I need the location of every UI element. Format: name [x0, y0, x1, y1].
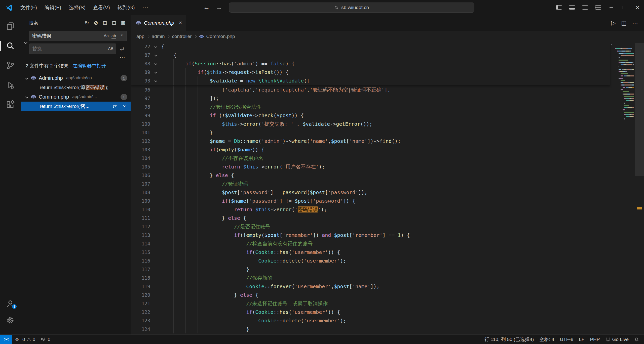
- collapse-all-icon[interactable]: ⊟: [110, 19, 118, 27]
- activity-extensions[interactable]: [0, 99, 21, 111]
- problems-status[interactable]: ⊗ 0 ⚠ 0: [12, 335, 38, 344]
- line-number[interactable]: 22: [131, 42, 150, 51]
- preserve-case-toggle[interactable]: AB: [107, 45, 115, 53]
- line-number[interactable]: 111: [131, 214, 150, 222]
- toggle-replace-button[interactable]: [22, 31, 29, 54]
- fold-indicator[interactable]: [150, 68, 161, 76]
- code-text[interactable]: //是否记住账号: [161, 222, 610, 231]
- code-text[interactable]: if(Cookie::has('usermember')) {: [161, 308, 610, 316]
- remote-indicator[interactable]: ><: [0, 335, 12, 344]
- tab-common-php[interactable]: php Common.php ×: [131, 15, 186, 31]
- match-result-row[interactable]: return $this->error('密...⇄×: [21, 102, 131, 111]
- line-number[interactable]: 122: [131, 308, 150, 316]
- menu-edit[interactable]: 编辑(E): [41, 2, 65, 13]
- code-text[interactable]: $post['password'] = password($post['pass…: [161, 188, 610, 197]
- line-number[interactable]: 97: [131, 94, 150, 103]
- code-text[interactable]: //未选择记住账号，或属于取消操作: [161, 299, 610, 308]
- open-in-editor-icon[interactable]: ⊠: [119, 19, 127, 27]
- search-input[interactable]: [32, 33, 102, 39]
- line-number[interactable]: 119: [131, 282, 150, 291]
- line-number[interactable]: 88: [131, 59, 150, 68]
- code-text[interactable]: if($this->request->isPost()) {: [161, 68, 610, 76]
- code-text[interactable]: //检查当前有没有记住的账号: [161, 239, 610, 248]
- activity-source-control[interactable]: [0, 59, 21, 71]
- line-number[interactable]: 100: [131, 120, 150, 128]
- code-text[interactable]: Cookie::delete('usermember');: [161, 256, 610, 265]
- line-number[interactable]: 98: [131, 103, 150, 111]
- ports-status[interactable]: 0: [38, 335, 53, 344]
- split-editor-icon[interactable]: ◫: [621, 20, 627, 26]
- code-text[interactable]: $validate = new \think\Validate([: [161, 76, 610, 85]
- code-text[interactable]: Cookie::forever('usermember',$post['name…: [161, 282, 610, 291]
- menu-overflow-icon[interactable]: ···: [138, 2, 152, 13]
- minimap[interactable]: [610, 42, 635, 334]
- scrollbar-slider[interactable]: [635, 43, 644, 176]
- code-text[interactable]: if(empty($name)) {: [161, 145, 610, 154]
- maximize-button[interactable]: [618, 0, 631, 15]
- menu-selection[interactable]: 选择(S): [65, 2, 89, 13]
- line-number[interactable]: 124: [131, 325, 150, 333]
- line-number[interactable]: 101: [131, 128, 150, 137]
- fold-indicator[interactable]: [150, 51, 161, 59]
- nav-back-icon[interactable]: ←: [200, 4, 213, 11]
- close-window-button[interactable]: ×: [631, 0, 644, 15]
- activity-search[interactable]: [0, 40, 21, 52]
- code-text[interactable]: }: [161, 325, 610, 333]
- breadcrumb-file[interactable]: Common.php: [206, 34, 235, 39]
- line-number[interactable]: 120: [131, 291, 150, 299]
- cursor-position[interactable]: 行 110, 列 50 (已选择4): [482, 335, 537, 344]
- breadcrumb-app[interactable]: app: [136, 34, 144, 39]
- code-text[interactable]: } else {: [161, 291, 610, 299]
- replace-all-button[interactable]: ⇄: [118, 44, 127, 53]
- code-text[interactable]: }: [161, 128, 610, 137]
- command-center[interactable]: sb.wiiudot.cn: [229, 3, 474, 13]
- nav-forward-icon[interactable]: →: [213, 4, 225, 11]
- code-text[interactable]: //保存新的: [161, 274, 610, 282]
- more-actions-icon[interactable]: ···: [632, 20, 638, 26]
- line-number[interactable]: 112: [131, 222, 150, 231]
- line-number[interactable]: 104: [131, 154, 150, 162]
- toggle-sidebar-button[interactable]: [552, 0, 565, 15]
- code-text[interactable]: return $this->error('用户名不存在');: [161, 162, 610, 171]
- match-case-toggle[interactable]: Aa: [102, 32, 110, 40]
- customize-layout-button[interactable]: [592, 0, 605, 15]
- close-tab-icon[interactable]: ×: [179, 20, 182, 26]
- code-text[interactable]: if (!$validate->check($post)) {: [161, 111, 610, 120]
- menu-goto[interactable]: 转到(G): [114, 2, 139, 13]
- line-number[interactable]: 116: [131, 256, 150, 265]
- whole-word-toggle[interactable]: ab: [110, 32, 118, 40]
- code-text[interactable]: if(!empty($post['remember']) and $post['…: [161, 231, 610, 239]
- replace-input[interactable]: [32, 46, 107, 52]
- line-number[interactable]: 105: [131, 162, 150, 171]
- code-text[interactable]: ['captcha','require|captcha','验证码不能为空|验证…: [161, 85, 610, 94]
- line-number[interactable]: 114: [131, 239, 150, 248]
- line-number[interactable]: 87: [131, 51, 150, 59]
- line-number[interactable]: 93: [131, 76, 150, 85]
- line-number[interactable]: 118: [131, 274, 150, 282]
- code-text[interactable]: }: [161, 265, 610, 274]
- menu-view[interactable]: 查看(V): [89, 2, 114, 13]
- dismiss-icon[interactable]: ×: [121, 103, 128, 110]
- code-text[interactable]: //验证密码: [161, 180, 610, 188]
- fold-indicator[interactable]: [150, 59, 161, 68]
- toggle-panel-button[interactable]: [565, 0, 579, 15]
- line-number[interactable]: 113: [131, 231, 150, 239]
- code-text[interactable]: $name = Db::name('admin')->where('name',…: [161, 137, 610, 145]
- line-number[interactable]: 121: [131, 299, 150, 308]
- code-text[interactable]: $this->error('提交失败: ' . $validate->getEr…: [161, 120, 610, 128]
- line-number[interactable]: 96: [131, 85, 150, 94]
- run-file-icon[interactable]: ▷: [611, 20, 616, 26]
- activity-settings[interactable]: [0, 314, 21, 326]
- toggle-search-details-button[interactable]: ···: [21, 54, 131, 59]
- activity-accounts[interactable]: 1: [0, 298, 21, 310]
- line-number[interactable]: 107: [131, 180, 150, 188]
- menu-file[interactable]: 文件(F): [17, 2, 41, 13]
- code-text[interactable]: if($name['password'] != $post['password'…: [161, 197, 610, 205]
- fold-indicator[interactable]: [150, 42, 161, 51]
- code-text[interactable]: if(Session::has('admin') == false) {: [161, 59, 610, 68]
- code-text[interactable]: Cookie::delete('usermember');: [161, 316, 610, 325]
- code-text[interactable]: } else {: [161, 214, 610, 222]
- activity-run-debug[interactable]: [0, 79, 21, 91]
- minimize-button[interactable]: [605, 0, 618, 15]
- match-result-row[interactable]: return $this->error('原密码错误');: [21, 83, 131, 92]
